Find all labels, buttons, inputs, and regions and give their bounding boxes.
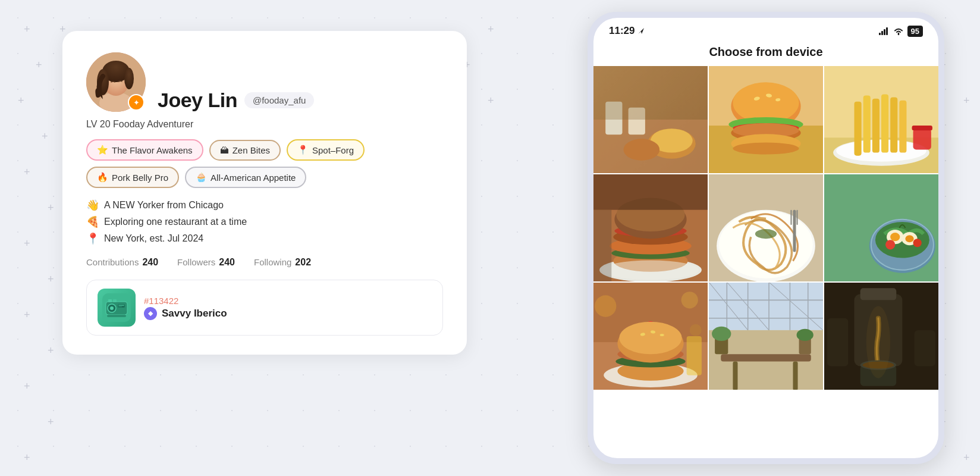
photo-gourmet-burger — [593, 174, 708, 281]
location-arrow-icon — [637, 27, 645, 35]
svg-rect-17 — [879, 33, 881, 35]
svg-rect-47 — [855, 102, 862, 156]
svg-point-121 — [797, 329, 813, 341]
profile-handle[interactable]: @fooday_afu — [244, 92, 314, 108]
bio-line-2: 🍕 Exploring one restaurant at a time — [86, 215, 443, 228]
stat-followers-label: Followers — [177, 257, 215, 267]
bio-emoji-1: 👋 — [86, 199, 99, 212]
photo-cell-1[interactable] — [593, 66, 708, 173]
photo-cafe — [709, 283, 823, 390]
svg-rect-20 — [886, 27, 888, 35]
svg-point-32 — [731, 83, 800, 129]
mini-card[interactable]: #113422 ◆ Savvy Iberico — [86, 280, 443, 336]
badge-emoji: ⭐ — [97, 145, 108, 155]
photo-cell-6[interactable] — [824, 174, 938, 281]
svg-point-62 — [614, 201, 686, 239]
svg-rect-132 — [827, 318, 848, 367]
avatar-badge: ✦ — [128, 94, 145, 111]
svg-point-41 — [731, 134, 800, 153]
svg-rect-14 — [107, 315, 126, 317]
svg-point-34 — [753, 96, 760, 101]
badge-zen-bites[interactable]: 🏔 Zen Bites — [209, 140, 281, 161]
photo-salad — [824, 174, 938, 281]
svg-rect-21 — [593, 66, 708, 173]
photo-cell-9[interactable] — [824, 283, 938, 390]
svg-rect-30 — [709, 66, 823, 173]
svg-rect-51 — [890, 98, 897, 153]
svg-rect-29 — [593, 66, 708, 120]
status-icons: 95 — [879, 26, 923, 37]
avatar-container: ✦ — [86, 52, 146, 112]
svg-rect-127 — [860, 288, 897, 300]
photo-grid — [593, 66, 938, 458]
stats-row: Contributions 240 Followers 240 Followin… — [86, 257, 443, 268]
badge-label: Spot–Forg — [312, 145, 354, 155]
svg-rect-24 — [605, 102, 622, 135]
svg-point-81 — [902, 232, 917, 245]
bio-line-3: 📍 New York, est. Jul 2024 — [86, 232, 443, 245]
svg-line-115 — [769, 283, 823, 330]
svg-rect-16 — [113, 299, 117, 302]
svg-rect-133 — [915, 330, 935, 367]
photo-cell-7[interactable] — [593, 283, 708, 390]
svg-rect-122 — [715, 335, 728, 354]
battery-indicator: 95 — [907, 26, 923, 37]
svg-rect-25 — [629, 108, 645, 134]
badge-all-american[interactable]: 🧁 All-American Appetite — [185, 167, 306, 188]
svg-rect-65 — [593, 174, 708, 210]
svg-line-113 — [709, 283, 748, 330]
svg-point-46 — [836, 140, 926, 161]
svg-rect-53 — [913, 129, 931, 149]
photo-coffee — [824, 283, 938, 390]
svg-point-40 — [733, 123, 799, 137]
badge-spot-forg[interactable]: 📍 Spot–Forg — [287, 139, 365, 161]
svg-rect-95 — [649, 324, 652, 361]
badge-label: Zen Bites — [233, 145, 270, 155]
svg-point-58 — [611, 247, 689, 259]
bio-text-2: Exploring one restaurant at a time — [104, 217, 247, 227]
svg-point-45 — [833, 139, 929, 165]
photo-cell-2[interactable] — [709, 66, 823, 173]
badge-flavor-awakens[interactable]: ⭐ The Flavor Awakens — [86, 139, 203, 161]
phone-inner: 11:29 — [593, 18, 938, 458]
mini-card-id: #113422 — [144, 296, 227, 306]
profile-name: Joey Lin — [158, 89, 237, 112]
photo-fries — [824, 66, 938, 173]
svg-point-76 — [869, 219, 935, 273]
profile-card: ✦ Joey Lin @fooday_afu LV 20 Fooday Adve… — [62, 31, 467, 355]
svg-point-97 — [617, 324, 683, 363]
svg-point-35 — [766, 93, 772, 98]
svg-rect-67 — [709, 174, 823, 281]
stat-following-label: Following — [254, 257, 291, 267]
photo-cell-8[interactable] — [709, 283, 823, 390]
badge-pork-belly[interactable]: 🔥 Pork Belly Pro — [86, 167, 179, 188]
photo-burger — [709, 66, 823, 173]
svg-rect-73 — [797, 210, 798, 225]
mini-card-name-row: ◆ Savvy Iberico — [144, 307, 227, 320]
photo-cell-3[interactable] — [824, 66, 938, 173]
svg-point-93 — [615, 355, 685, 367]
svg-point-68 — [717, 210, 815, 281]
svg-point-64 — [602, 261, 699, 280]
svg-point-79 — [887, 230, 903, 244]
svg-point-129 — [860, 360, 897, 369]
svg-rect-87 — [593, 342, 708, 390]
svg-rect-126 — [855, 294, 903, 366]
bio-emoji-3: 📍 — [86, 232, 99, 245]
stat-followers: Followers 240 — [177, 257, 235, 268]
mini-card-info: #113422 ◆ Savvy Iberico — [144, 296, 227, 320]
photo-cell-4[interactable] — [593, 174, 708, 281]
profile-name-row: Joey Lin @fooday_afu — [158, 89, 314, 112]
stat-following-value: 202 — [295, 257, 311, 268]
svg-point-56 — [599, 258, 702, 281]
svg-rect-102 — [687, 336, 702, 375]
photo-cell-5[interactable] — [709, 174, 823, 281]
svg-point-63 — [616, 198, 684, 231]
svg-point-80 — [890, 233, 900, 241]
stat-followers-value: 240 — [219, 257, 235, 268]
svg-point-10 — [110, 306, 114, 310]
svg-rect-55 — [593, 174, 708, 281]
svg-point-130 — [863, 361, 894, 368]
svg-point-26 — [648, 129, 696, 159]
svg-rect-44 — [824, 137, 938, 173]
